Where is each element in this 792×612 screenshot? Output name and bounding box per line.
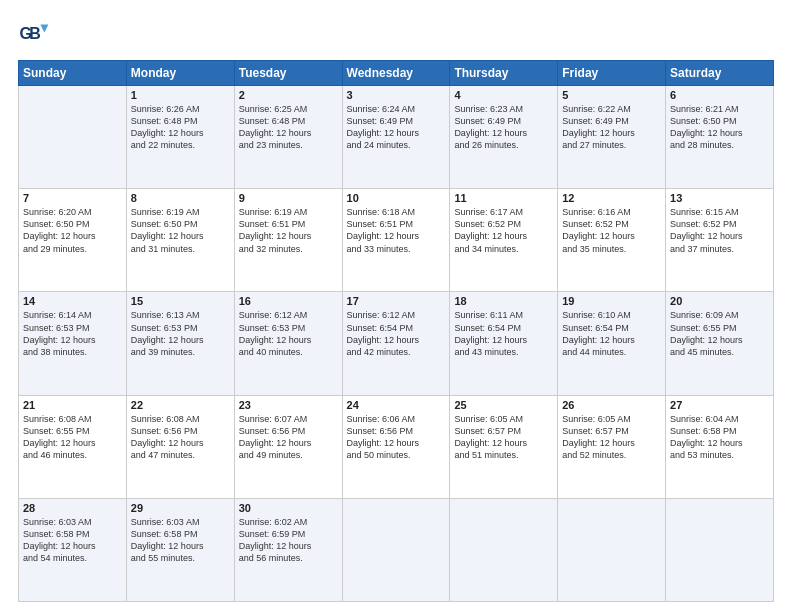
col-header-saturday: Saturday xyxy=(666,61,774,86)
day-info: Sunrise: 6:26 AM Sunset: 6:48 PM Dayligh… xyxy=(131,103,230,152)
day-info: Sunrise: 6:18 AM Sunset: 6:51 PM Dayligh… xyxy=(347,206,446,255)
day-number: 22 xyxy=(131,399,230,411)
calendar-week-3: 14Sunrise: 6:14 AM Sunset: 6:53 PM Dayli… xyxy=(19,292,774,395)
page: G B SundayMondayTuesdayWednesdayThursday… xyxy=(0,0,792,612)
col-header-monday: Monday xyxy=(126,61,234,86)
day-number: 29 xyxy=(131,502,230,514)
calendar-cell: 12Sunrise: 6:16 AM Sunset: 6:52 PM Dayli… xyxy=(558,189,666,292)
calendar-cell: 15Sunrise: 6:13 AM Sunset: 6:53 PM Dayli… xyxy=(126,292,234,395)
calendar-cell: 5Sunrise: 6:22 AM Sunset: 6:49 PM Daylig… xyxy=(558,86,666,189)
svg-marker-2 xyxy=(40,24,48,32)
day-info: Sunrise: 6:14 AM Sunset: 6:53 PM Dayligh… xyxy=(23,309,122,358)
calendar-cell: 27Sunrise: 6:04 AM Sunset: 6:58 PM Dayli… xyxy=(666,395,774,498)
calendar-cell xyxy=(666,498,774,601)
calendar-cell xyxy=(450,498,558,601)
day-number: 11 xyxy=(454,192,553,204)
calendar-cell: 29Sunrise: 6:03 AM Sunset: 6:58 PM Dayli… xyxy=(126,498,234,601)
day-info: Sunrise: 6:22 AM Sunset: 6:49 PM Dayligh… xyxy=(562,103,661,152)
day-number: 30 xyxy=(239,502,338,514)
day-number: 3 xyxy=(347,89,446,101)
day-info: Sunrise: 6:20 AM Sunset: 6:50 PM Dayligh… xyxy=(23,206,122,255)
day-number: 15 xyxy=(131,295,230,307)
calendar-cell: 11Sunrise: 6:17 AM Sunset: 6:52 PM Dayli… xyxy=(450,189,558,292)
day-info: Sunrise: 6:08 AM Sunset: 6:56 PM Dayligh… xyxy=(131,413,230,462)
col-header-friday: Friday xyxy=(558,61,666,86)
day-number: 17 xyxy=(347,295,446,307)
calendar-cell: 4Sunrise: 6:23 AM Sunset: 6:49 PM Daylig… xyxy=(450,86,558,189)
col-header-wednesday: Wednesday xyxy=(342,61,450,86)
calendar-cell: 3Sunrise: 6:24 AM Sunset: 6:49 PM Daylig… xyxy=(342,86,450,189)
calendar-cell: 10Sunrise: 6:18 AM Sunset: 6:51 PM Dayli… xyxy=(342,189,450,292)
day-info: Sunrise: 6:04 AM Sunset: 6:58 PM Dayligh… xyxy=(670,413,769,462)
calendar-cell: 6Sunrise: 6:21 AM Sunset: 6:50 PM Daylig… xyxy=(666,86,774,189)
day-number: 6 xyxy=(670,89,769,101)
calendar-week-5: 28Sunrise: 6:03 AM Sunset: 6:58 PM Dayli… xyxy=(19,498,774,601)
calendar-header-row: SundayMondayTuesdayWednesdayThursdayFrid… xyxy=(19,61,774,86)
calendar-cell: 28Sunrise: 6:03 AM Sunset: 6:58 PM Dayli… xyxy=(19,498,127,601)
day-info: Sunrise: 6:07 AM Sunset: 6:56 PM Dayligh… xyxy=(239,413,338,462)
day-number: 16 xyxy=(239,295,338,307)
day-info: Sunrise: 6:12 AM Sunset: 6:53 PM Dayligh… xyxy=(239,309,338,358)
calendar-cell: 20Sunrise: 6:09 AM Sunset: 6:55 PM Dayli… xyxy=(666,292,774,395)
day-info: Sunrise: 6:24 AM Sunset: 6:49 PM Dayligh… xyxy=(347,103,446,152)
day-info: Sunrise: 6:23 AM Sunset: 6:49 PM Dayligh… xyxy=(454,103,553,152)
col-header-tuesday: Tuesday xyxy=(234,61,342,86)
calendar-cell: 19Sunrise: 6:10 AM Sunset: 6:54 PM Dayli… xyxy=(558,292,666,395)
calendar-table: SundayMondayTuesdayWednesdayThursdayFrid… xyxy=(18,60,774,602)
day-number: 20 xyxy=(670,295,769,307)
day-info: Sunrise: 6:03 AM Sunset: 6:58 PM Dayligh… xyxy=(23,516,122,565)
calendar-cell: 16Sunrise: 6:12 AM Sunset: 6:53 PM Dayli… xyxy=(234,292,342,395)
day-info: Sunrise: 6:17 AM Sunset: 6:52 PM Dayligh… xyxy=(454,206,553,255)
logo: G B xyxy=(18,18,54,50)
day-number: 1 xyxy=(131,89,230,101)
day-info: Sunrise: 6:15 AM Sunset: 6:52 PM Dayligh… xyxy=(670,206,769,255)
day-info: Sunrise: 6:13 AM Sunset: 6:53 PM Dayligh… xyxy=(131,309,230,358)
calendar-cell: 25Sunrise: 6:05 AM Sunset: 6:57 PM Dayli… xyxy=(450,395,558,498)
day-number: 25 xyxy=(454,399,553,411)
logo-icon: G B xyxy=(18,18,50,50)
day-number: 23 xyxy=(239,399,338,411)
calendar-cell xyxy=(558,498,666,601)
calendar-cell: 22Sunrise: 6:08 AM Sunset: 6:56 PM Dayli… xyxy=(126,395,234,498)
calendar-cell xyxy=(19,86,127,189)
calendar-cell: 23Sunrise: 6:07 AM Sunset: 6:56 PM Dayli… xyxy=(234,395,342,498)
day-info: Sunrise: 6:19 AM Sunset: 6:50 PM Dayligh… xyxy=(131,206,230,255)
calendar-week-1: 1Sunrise: 6:26 AM Sunset: 6:48 PM Daylig… xyxy=(19,86,774,189)
col-header-sunday: Sunday xyxy=(19,61,127,86)
day-number: 9 xyxy=(239,192,338,204)
calendar-cell: 14Sunrise: 6:14 AM Sunset: 6:53 PM Dayli… xyxy=(19,292,127,395)
calendar-cell: 8Sunrise: 6:19 AM Sunset: 6:50 PM Daylig… xyxy=(126,189,234,292)
day-info: Sunrise: 6:03 AM Sunset: 6:58 PM Dayligh… xyxy=(131,516,230,565)
day-info: Sunrise: 6:19 AM Sunset: 6:51 PM Dayligh… xyxy=(239,206,338,255)
calendar-cell: 9Sunrise: 6:19 AM Sunset: 6:51 PM Daylig… xyxy=(234,189,342,292)
day-info: Sunrise: 6:05 AM Sunset: 6:57 PM Dayligh… xyxy=(562,413,661,462)
calendar-cell: 7Sunrise: 6:20 AM Sunset: 6:50 PM Daylig… xyxy=(19,189,127,292)
day-number: 18 xyxy=(454,295,553,307)
calendar-cell: 1Sunrise: 6:26 AM Sunset: 6:48 PM Daylig… xyxy=(126,86,234,189)
calendar-week-4: 21Sunrise: 6:08 AM Sunset: 6:55 PM Dayli… xyxy=(19,395,774,498)
day-number: 10 xyxy=(347,192,446,204)
calendar-cell: 18Sunrise: 6:11 AM Sunset: 6:54 PM Dayli… xyxy=(450,292,558,395)
day-number: 5 xyxy=(562,89,661,101)
calendar-cell: 30Sunrise: 6:02 AM Sunset: 6:59 PM Dayli… xyxy=(234,498,342,601)
day-number: 14 xyxy=(23,295,122,307)
day-info: Sunrise: 6:02 AM Sunset: 6:59 PM Dayligh… xyxy=(239,516,338,565)
calendar-cell: 2Sunrise: 6:25 AM Sunset: 6:48 PM Daylig… xyxy=(234,86,342,189)
calendar-cell: 17Sunrise: 6:12 AM Sunset: 6:54 PM Dayli… xyxy=(342,292,450,395)
day-number: 7 xyxy=(23,192,122,204)
day-info: Sunrise: 6:25 AM Sunset: 6:48 PM Dayligh… xyxy=(239,103,338,152)
day-info: Sunrise: 6:10 AM Sunset: 6:54 PM Dayligh… xyxy=(562,309,661,358)
day-info: Sunrise: 6:09 AM Sunset: 6:55 PM Dayligh… xyxy=(670,309,769,358)
day-info: Sunrise: 6:21 AM Sunset: 6:50 PM Dayligh… xyxy=(670,103,769,152)
day-info: Sunrise: 6:08 AM Sunset: 6:55 PM Dayligh… xyxy=(23,413,122,462)
day-number: 2 xyxy=(239,89,338,101)
calendar-cell: 21Sunrise: 6:08 AM Sunset: 6:55 PM Dayli… xyxy=(19,395,127,498)
day-info: Sunrise: 6:06 AM Sunset: 6:56 PM Dayligh… xyxy=(347,413,446,462)
calendar-cell: 26Sunrise: 6:05 AM Sunset: 6:57 PM Dayli… xyxy=(558,395,666,498)
svg-text:B: B xyxy=(29,25,41,42)
day-number: 27 xyxy=(670,399,769,411)
day-info: Sunrise: 6:11 AM Sunset: 6:54 PM Dayligh… xyxy=(454,309,553,358)
day-info: Sunrise: 6:05 AM Sunset: 6:57 PM Dayligh… xyxy=(454,413,553,462)
calendar-week-2: 7Sunrise: 6:20 AM Sunset: 6:50 PM Daylig… xyxy=(19,189,774,292)
day-number: 4 xyxy=(454,89,553,101)
